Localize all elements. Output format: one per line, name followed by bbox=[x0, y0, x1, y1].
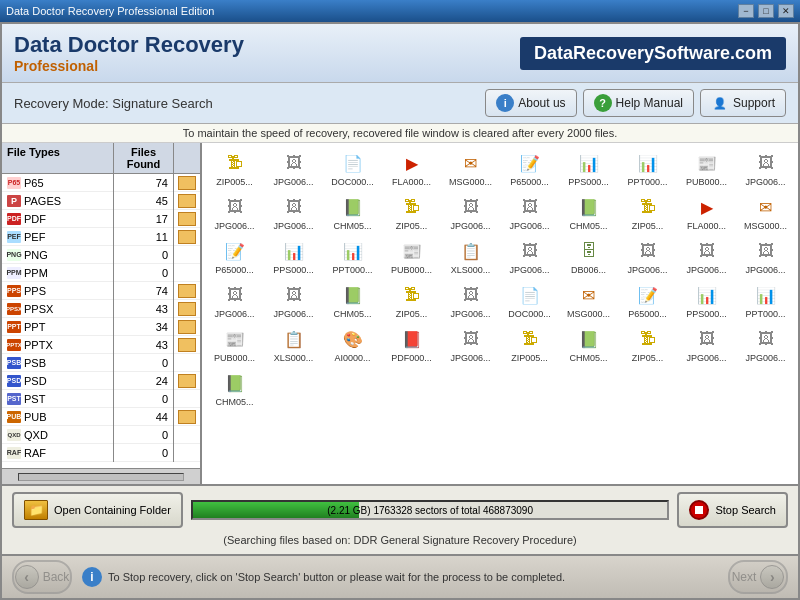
close-button[interactable]: ✕ bbox=[778, 4, 794, 18]
grid-file-item[interactable]: 🗜 ZIP05... bbox=[619, 323, 676, 365]
grid-file-label: PUB000... bbox=[686, 177, 727, 187]
bar-cell bbox=[174, 230, 200, 244]
grid-file-item[interactable]: 🗜 ZIP05... bbox=[383, 279, 440, 321]
next-button[interactable]: Next › bbox=[728, 560, 788, 594]
file-row[interactable]: P PAGES 45 bbox=[2, 192, 200, 210]
grid-file-item[interactable]: 📗 CHM05... bbox=[324, 279, 381, 321]
grid-file-item[interactable]: 🗄 DB006... bbox=[560, 235, 617, 277]
minimize-button[interactable]: − bbox=[738, 4, 754, 18]
grid-file-item[interactable]: 📊 PPS000... bbox=[265, 235, 322, 277]
file-count: 45 bbox=[114, 192, 174, 210]
grid-file-item[interactable]: 🗜 ZIP05... bbox=[619, 191, 676, 233]
file-row[interactable]: PPT PPT 34 bbox=[2, 318, 200, 336]
file-row[interactable]: PDF PDF 17 bbox=[2, 210, 200, 228]
file-row[interactable]: PPS PPS 74 bbox=[2, 282, 200, 300]
file-row[interactable]: PPTX PPTX 43 bbox=[2, 336, 200, 354]
grid-file-item[interactable]: 🖼 JPG006... bbox=[442, 279, 499, 321]
support-button[interactable]: 👤 Support bbox=[700, 89, 786, 117]
grid-file-item[interactable]: 🖼 JPG006... bbox=[737, 147, 794, 189]
grid-file-item[interactable]: 🖼 JPG006... bbox=[501, 191, 558, 233]
grid-file-item[interactable]: ✉ MSG000... bbox=[560, 279, 617, 321]
grid-file-item[interactable]: 📄 DOC000... bbox=[324, 147, 381, 189]
grid-file-item[interactable]: 🖼 JPG006... bbox=[265, 279, 322, 321]
grid-file-icon: 🖼 bbox=[221, 193, 249, 221]
grid-file-item[interactable]: 📋 XLS000... bbox=[265, 323, 322, 365]
grid-file-icon: 📰 bbox=[693, 149, 721, 177]
grid-file-item[interactable]: 📊 PPT000... bbox=[737, 279, 794, 321]
grid-file-item[interactable]: 📊 PPS000... bbox=[560, 147, 617, 189]
grid-file-item[interactable]: 📰 PUB000... bbox=[383, 235, 440, 277]
file-row[interactable]: PST PST 0 bbox=[2, 390, 200, 408]
grid-file-item[interactable]: 📊 PPT000... bbox=[619, 147, 676, 189]
grid-file-item[interactable]: 📗 CHM05... bbox=[560, 191, 617, 233]
grid-file-item[interactable]: 🗜 ZIP005... bbox=[206, 147, 263, 189]
file-type-icon: PDF bbox=[7, 213, 21, 225]
file-row[interactable]: PSD PSD 24 bbox=[2, 372, 200, 390]
file-type-name: PPS bbox=[24, 285, 46, 297]
mode-text: Recovery Mode: Signature Search bbox=[14, 96, 213, 111]
grid-file-icon: 📕 bbox=[398, 325, 426, 353]
file-row[interactable]: PUB PUB 44 bbox=[2, 408, 200, 426]
grid-file-item[interactable]: 🖼 JPG006... bbox=[206, 279, 263, 321]
back-button[interactable]: ‹ Back bbox=[12, 560, 72, 594]
grid-file-item[interactable]: 🖼 JPG006... bbox=[206, 191, 263, 233]
file-type-cell: PPT PPT bbox=[2, 318, 114, 336]
grid-file-item[interactable]: 📰 PUB000... bbox=[678, 147, 735, 189]
grid-file-icon: 🗜 bbox=[398, 193, 426, 221]
grid-file-item[interactable]: ▶ FLA000... bbox=[383, 147, 440, 189]
maximize-button[interactable]: □ bbox=[758, 4, 774, 18]
grid-file-item[interactable]: 🗜 ZIP005... bbox=[501, 323, 558, 365]
grid-file-label: JPG006... bbox=[273, 177, 313, 187]
grid-file-item[interactable]: 🗜 ZIP05... bbox=[383, 191, 440, 233]
grid-file-item[interactable]: 📕 PDF000... bbox=[383, 323, 440, 365]
grid-file-item[interactable]: 🖼 JPG006... bbox=[678, 323, 735, 365]
help-button[interactable]: ? Help Manual bbox=[583, 89, 694, 117]
file-row[interactable]: PEF PEF 11 bbox=[2, 228, 200, 246]
grid-file-item[interactable]: 📗 CHM05... bbox=[324, 191, 381, 233]
grid-file-item[interactable]: ✉ MSG000... bbox=[737, 191, 794, 233]
about-label: About us bbox=[518, 96, 565, 110]
file-row[interactable]: PPM PPM 0 bbox=[2, 264, 200, 282]
grid-file-item[interactable]: 📋 XLS000... bbox=[442, 235, 499, 277]
grid-file-item[interactable]: 📝 P65000... bbox=[206, 235, 263, 277]
file-row[interactable]: PNG PNG 0 bbox=[2, 246, 200, 264]
grid-file-item[interactable]: 🖼 JPG006... bbox=[737, 323, 794, 365]
grid-file-label: JPG006... bbox=[509, 265, 549, 275]
file-row[interactable]: RAF RAF 0 bbox=[2, 444, 200, 462]
grid-file-item[interactable]: ▶ FLA000... bbox=[678, 191, 735, 233]
file-type-cell: PEF PEF bbox=[2, 228, 114, 246]
file-type-name: QXD bbox=[24, 429, 48, 441]
grid-file-item[interactable]: 🖼 JPG006... bbox=[442, 323, 499, 365]
grid-file-item[interactable]: ✉ MSG000... bbox=[442, 147, 499, 189]
file-row[interactable]: PPSX PPSX 43 bbox=[2, 300, 200, 318]
file-row[interactable]: QXD QXD 0 bbox=[2, 426, 200, 444]
grid-file-item[interactable]: 📝 P65000... bbox=[619, 279, 676, 321]
grid-file-item[interactable]: 📗 CHM05... bbox=[206, 367, 263, 409]
grid-file-item[interactable]: 📄 DOC000... bbox=[501, 279, 558, 321]
grid-file-item[interactable]: 📗 CHM05... bbox=[560, 323, 617, 365]
grid-file-item[interactable]: 🖼 JPG006... bbox=[678, 235, 735, 277]
horizontal-scrollbar[interactable] bbox=[2, 468, 200, 484]
file-row[interactable]: P65 P65 74 bbox=[2, 174, 200, 192]
progress-mini-bar bbox=[178, 176, 196, 190]
grid-file-item[interactable]: 🖼 JPG006... bbox=[265, 147, 322, 189]
grid-file-item[interactable]: 🖼 JPG006... bbox=[619, 235, 676, 277]
grid-file-item[interactable]: 📝 P65000... bbox=[501, 147, 558, 189]
grid-file-item[interactable]: 🖼 JPG006... bbox=[501, 235, 558, 277]
about-button[interactable]: i About us bbox=[485, 89, 576, 117]
file-list[interactable]: P65 P65 74 P PAGES 45 PDF PDF 17 PEF PEF… bbox=[2, 174, 200, 468]
grid-file-item[interactable]: 🖼 JPG006... bbox=[737, 235, 794, 277]
open-folder-button[interactable]: 📁 Open Containing Folder bbox=[12, 492, 183, 528]
file-row[interactable]: PSB PSB 0 bbox=[2, 354, 200, 372]
grid-file-item[interactable]: 🖼 JPG006... bbox=[265, 191, 322, 233]
grid-file-icon: 🖼 bbox=[221, 281, 249, 309]
grid-file-item[interactable]: 📊 PPT000... bbox=[324, 235, 381, 277]
grid-file-item[interactable]: 🎨 AI0000... bbox=[324, 323, 381, 365]
grid-file-item[interactable]: 📊 PPS000... bbox=[678, 279, 735, 321]
grid-file-icon: 🗄 bbox=[575, 237, 603, 265]
file-grid[interactable]: 🗜 ZIP005... 🖼 JPG006... 📄 DOC000... ▶ FL… bbox=[202, 143, 798, 484]
grid-file-item[interactable]: 📰 PUB000... bbox=[206, 323, 263, 365]
stop-search-button[interactable]: Stop Search bbox=[677, 492, 788, 528]
file-type-name: PNG bbox=[24, 249, 48, 261]
grid-file-item[interactable]: 🖼 JPG006... bbox=[442, 191, 499, 233]
